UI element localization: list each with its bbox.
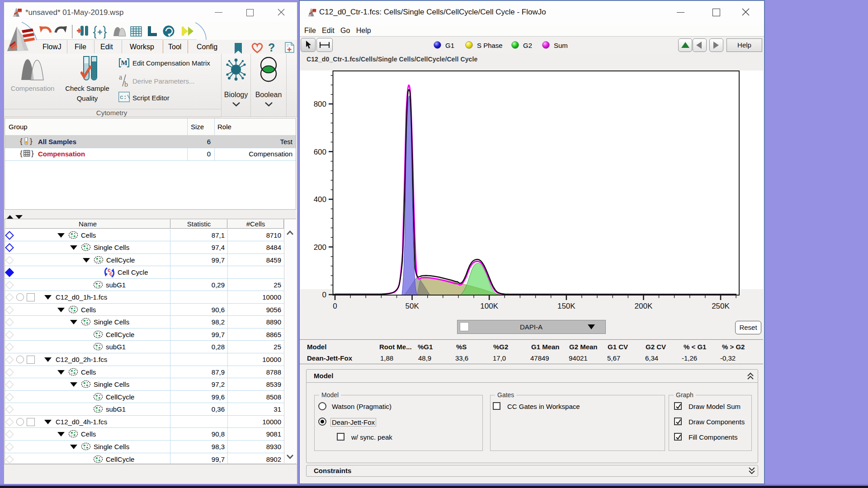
svg-text:400: 400 [314,195,326,204]
svg-text:150K: 150K [557,302,576,310]
svg-text:800: 800 [314,100,326,108]
svg-text:200: 200 [314,243,326,252]
svg-text:50K: 50K [405,302,419,310]
svg-text:0: 0 [322,291,326,299]
svg-text:M: M [121,59,127,66]
svg-text:600: 600 [314,148,326,156]
svg-text:0: 0 [333,302,337,310]
svg-text:b: b [124,80,128,88]
svg-text:a: a [119,74,122,81]
svg-text:c:\: c:\ [120,94,130,101]
svg-text:c: c [109,271,113,277]
svg-text:100K: 100K [480,302,498,310]
svg-text:200K: 200K [635,302,653,310]
svg-text:250K: 250K [712,302,730,310]
